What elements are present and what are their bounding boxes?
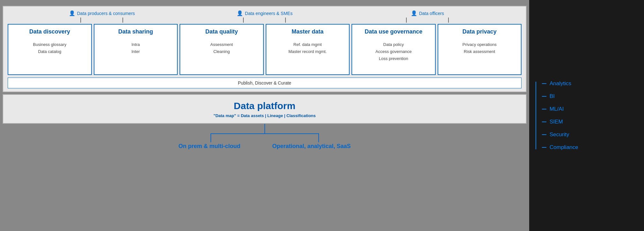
sidebar-item-security: Security <box>542 128 634 141</box>
sidebar-item-mlai: ML/AI <box>542 103 634 116</box>
card-title-master: Master data <box>292 28 323 35</box>
sidebar-label-compliance: Compliance <box>550 144 578 151</box>
card-item-0-1: Data catalog <box>33 48 66 55</box>
right-sidebar: Analytics BI ML/AI SIEM Security Complia… <box>529 0 644 231</box>
card-item-5-1: Risk assessment <box>463 48 497 55</box>
platform-subtitle: "Data map" = Data assets | Lineage | Cla… <box>8 113 521 118</box>
bottom-node-operational: Operational, analytical, SaaS <box>272 143 351 150</box>
sidebar-label-bi: BI <box>550 93 555 100</box>
persona-producers: 👤 Data producers & consumers <box>20 10 183 23</box>
card-data-use-governance: Data use governance Data policy Access g… <box>352 24 436 75</box>
card-item-4-2: Loss prevention <box>375 55 411 62</box>
persona-label-engineers: Data engineers & SMEs <box>245 11 292 16</box>
card-item-2-1: Cleaning <box>210 48 233 55</box>
sidebar-item-compliance: Compliance <box>542 141 634 154</box>
card-item-1-0: Intra <box>131 41 140 48</box>
persona-icon-engineers: 👤 <box>237 10 243 16</box>
card-item-3-1: Master record mgmt. <box>288 48 327 55</box>
card-title-discovery: Data discovery <box>29 28 70 35</box>
persona-engineers: 👤 Data engineers & SMEs <box>183 10 346 23</box>
card-title-privacy: Data privacy <box>463 28 497 35</box>
card-data-privacy: Data privacy Privacy operations Risk ass… <box>438 24 522 75</box>
persona-icon-officers: 👤 <box>411 10 417 16</box>
card-title-quality: Data quality <box>205 28 238 35</box>
card-item-4-0: Data policy <box>375 41 411 48</box>
card-item-0-0: Business glossary <box>33 41 66 48</box>
bottom-node-onprem: On prem & multi-cloud <box>178 143 240 150</box>
sidebar-item-siem: SIEM <box>542 116 634 128</box>
sidebar-item-bi: BI <box>542 90 634 103</box>
persona-label-officers: Data officers <box>419 11 444 16</box>
platform-title: Data platform <box>8 101 521 111</box>
sidebar-label-security: Security <box>550 131 569 138</box>
card-item-5-0: Privacy operations <box>463 41 497 48</box>
card-data-sharing: Data sharing Intra Inter <box>94 24 178 75</box>
card-data-quality: Data quality Assessment Cleaning <box>180 24 264 75</box>
persona-label-producers: Data producers & consumers <box>77 11 135 16</box>
sidebar-label-analytics: Analytics <box>550 80 571 87</box>
card-item-2-0: Assessment <box>210 41 233 48</box>
card-item-4-1: Access governance <box>375 48 411 55</box>
persona-officers: 👤 Data officers <box>346 10 509 23</box>
card-master-data: Master data Ref. data mgmt Master record… <box>266 24 350 75</box>
card-data-discovery: Data discovery Business glossary Data ca… <box>8 24 92 75</box>
sidebar-item-analytics: Analytics <box>542 77 634 90</box>
publish-bar: Publish, Discover & Curate <box>8 78 522 88</box>
sidebar-label-mlai: ML/AI <box>550 106 564 112</box>
card-item-3-0: Ref. data mgmt <box>288 41 327 48</box>
card-item-1-1: Inter <box>131 48 140 55</box>
card-title-sharing: Data sharing <box>118 28 153 35</box>
card-title-governance: Data use governance <box>365 28 422 35</box>
sidebar-label-siem: SIEM <box>550 119 563 125</box>
persona-icon-producers: 👤 <box>69 10 75 16</box>
